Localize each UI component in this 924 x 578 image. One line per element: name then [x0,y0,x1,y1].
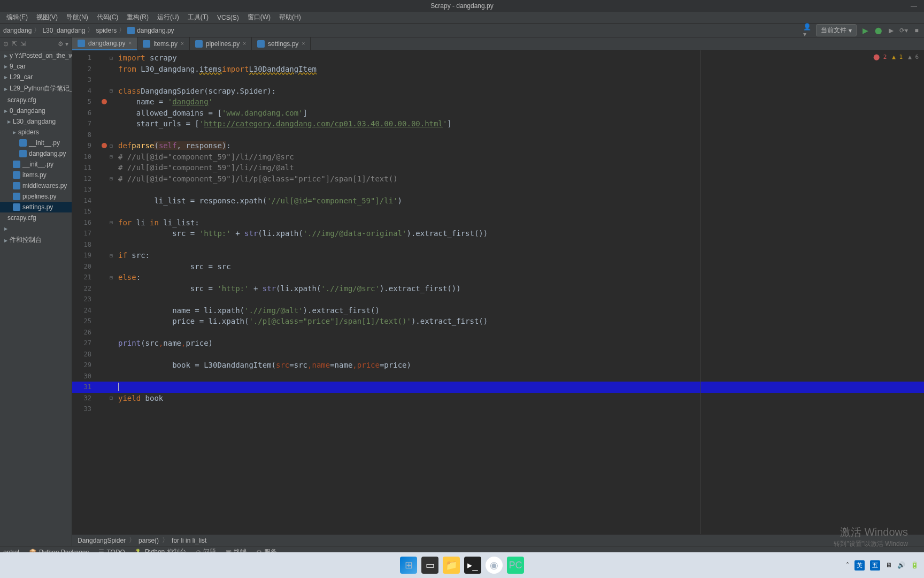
line-number[interactable]: 33 [72,404,99,415]
debug-icon[interactable]: ⬤ [874,26,882,35]
tree-item[interactable]: pipelines.py [0,191,72,202]
tray-volume-icon[interactable]: 🔊 [897,561,905,569]
line-number[interactable]: 10 [72,151,99,163]
menu-item[interactable]: 窗口(W) [243,13,275,22]
line-number[interactable]: 2 [72,64,99,75]
ime-indicator-2[interactable]: 五 [870,560,880,571]
code-line[interactable]: yield book [116,393,924,404]
show-options-icon[interactable]: ⊙ [3,40,9,48]
tree-item[interactable]: settings.py [0,202,72,212]
line-number[interactable]: 21 [72,272,99,283]
tree-item[interactable]: ▸spiders [0,127,72,138]
tray-chevron-icon[interactable]: ˄ [846,561,849,569]
tray-battery-icon[interactable]: 🔋 [911,561,919,569]
code-line[interactable] [116,294,924,305]
code-line[interactable]: src = 'http:' + str(li.xpath('.//img/@sr… [116,283,924,294]
stop-icon[interactable]: ■ [912,26,921,35]
tree-item[interactable]: ▸9_car [0,61,72,72]
fold-toggle[interactable]: ⊟ [110,250,116,261]
tree-item[interactable]: scrapy.cfg [0,212,72,223]
tree-item[interactable]: ▸ [0,223,72,234]
error-indicator[interactable]: ⬤ 2 [873,54,887,60]
tree-item[interactable]: scrapy.cfg [0,95,72,105]
line-number[interactable]: 28 [72,349,99,360]
code-line[interactable]: # //ul[@id="component_59"]/li/p[@class="… [116,173,924,185]
menu-item[interactable]: VCS(S) [213,14,243,21]
warning-indicator[interactable]: ▲ 1 [892,54,903,60]
coverage-icon[interactable]: ▶ [887,26,895,35]
code-line[interactable] [116,404,924,415]
fold-toggle[interactable]: ⊟ [110,272,116,283]
menu-item[interactable]: 重构(R) [122,13,153,22]
ime-indicator-1[interactable]: 英 [854,560,865,571]
code-line[interactable] [116,239,924,250]
code-line[interactable]: if src: [116,250,924,261]
line-number[interactable]: 22 [72,283,99,294]
menu-item[interactable]: 运行(U) [153,13,183,22]
code-line[interactable]: allowed_domains = ['www.dangdang.com'] [116,108,924,119]
code-line[interactable]: book = L30DanddangItem(src=src,name=name… [116,360,924,371]
code-line[interactable]: src = src [116,261,924,272]
line-number[interactable]: 25 [72,316,99,327]
line-number[interactable]: 32 [72,393,99,404]
override-gutter-icon[interactable] [102,143,107,148]
struct-crumb[interactable]: parse() [138,537,159,544]
menu-item[interactable]: 代码(C) [93,13,123,22]
tree-item[interactable]: ▸0_dangdang [0,105,72,116]
struct-crumb[interactable]: for li in li_list [172,537,206,544]
struct-crumb[interactable]: DangdangSpider [78,537,126,544]
line-number[interactable]: 15 [72,206,99,217]
code-line[interactable]: class DangdangSpider(scrapy.Spider): [116,86,924,97]
code-line[interactable] [116,184,924,195]
fold-toggle[interactable]: ⊟ [110,217,116,229]
code-line[interactable]: start_urls = ['http://category.dangdang.… [116,118,924,130]
tree-item[interactable]: middlewares.py [0,180,72,191]
code-line[interactable]: name = li.xpath('.//img/@alt').extract_f… [116,305,924,316]
code-line[interactable] [116,206,924,217]
inspection-indicators[interactable]: ⬤ 2 ▲ 1 ▲ 6 [873,54,919,60]
tree-item[interactable]: ▸y Y:\Posted_on_the_web [0,50,72,61]
code-line[interactable]: # //ul[@id="component_59"]/li//img/@src [116,151,924,163]
code-line[interactable] [116,382,924,393]
menu-item[interactable]: 导航(N) [62,13,93,22]
structure-breadcrumb[interactable]: DangdangSpider〉parse()〉for li in li_list [72,534,924,546]
editor-tab[interactable]: items.py× [137,37,190,50]
run-config-selector[interactable]: 当前文件 ▾ [816,24,857,36]
code-line[interactable]: else: [116,272,924,283]
breadcrumb-part[interactable]: spiders [96,27,117,34]
tree-item[interactable]: ▸L29_car [0,72,72,82]
project-tree[interactable]: ▸y Y:\Posted_on_the_web▸9_car▸L29_car▸L2… [0,50,72,546]
line-number[interactable]: 24 [72,305,99,316]
code-line[interactable]: # //ul[@id="component_59"]/li//img/@alt [116,162,924,173]
breadcrumb-part[interactable]: L30_dangdang [42,27,85,34]
taskbar-pycharm-icon[interactable]: PC [507,557,524,574]
fold-toggle[interactable]: ⊟ [110,393,116,404]
profile-icon[interactable]: ⟳▾ [899,26,908,35]
code-content[interactable]: import scrapyfrom L30_dangdang.items imp… [116,50,924,534]
user-icon[interactable]: 👤▾ [803,26,812,35]
override-gutter-icon[interactable] [102,99,107,104]
collapse-icon[interactable]: ⇲ [20,40,26,48]
line-number[interactable]: 12 [72,173,99,185]
line-number[interactable]: 18 [72,239,99,250]
tree-item[interactable]: __init__.py [0,159,72,170]
line-number[interactable]: 16 [72,217,99,229]
fold-toggle[interactable]: ⊟ [110,86,116,97]
expand-icon[interactable]: ⇱ [12,40,17,48]
code-line[interactable]: price = li.xpath('./p[@class="price"]/sp… [116,316,924,327]
editor-tab[interactable]: dangdang.py× [72,37,137,50]
taskbar-terminal-icon[interactable]: ▸_ [464,557,481,574]
fold-toggle[interactable]: ⊟ [110,52,116,64]
close-tab-icon[interactable]: × [302,41,305,47]
taskbar-chrome-icon[interactable]: ◉ [486,557,503,574]
line-number[interactable]: 5 [72,96,99,108]
line-number[interactable]: 11 [72,162,99,173]
line-number[interactable]: 27 [72,338,99,349]
menu-item[interactable]: 工具(T) [183,13,213,22]
close-tab-icon[interactable]: × [243,41,246,47]
taskbar-tray[interactable]: ˄ 英 五 🖥 🔊 🔋 [846,560,919,571]
line-number[interactable]: 4 [72,86,99,97]
code-line[interactable] [116,371,924,382]
menu-item[interactable]: 帮助(H) [275,13,305,22]
sidebar-settings-icon[interactable]: ⚙ ▾ [58,40,68,48]
